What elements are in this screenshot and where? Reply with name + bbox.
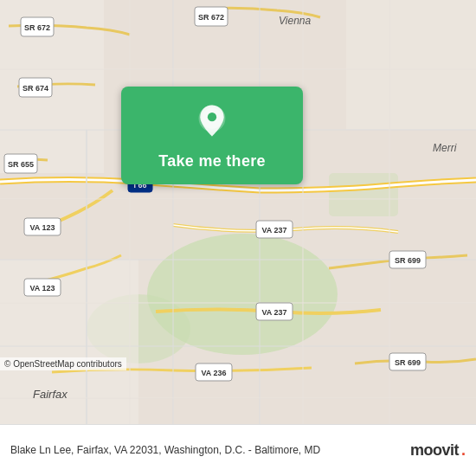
moovit-logo-dot: . bbox=[461, 441, 466, 460]
moovit-logo: moovit . bbox=[410, 441, 466, 460]
svg-point-36 bbox=[208, 113, 216, 121]
svg-text:Merri: Merri bbox=[433, 142, 457, 154]
osm-attribution: © OpenStreetMap contributors bbox=[0, 357, 126, 370]
take-me-there-overlay[interactable]: Take me there bbox=[121, 87, 303, 184]
svg-rect-6 bbox=[346, 0, 476, 130]
svg-text:SR 699: SR 699 bbox=[395, 256, 421, 265]
svg-rect-3 bbox=[329, 173, 398, 216]
svg-text:SR 655: SR 655 bbox=[8, 160, 34, 169]
svg-text:SR 674: SR 674 bbox=[23, 84, 48, 93]
svg-text:VA 236: VA 236 bbox=[201, 369, 226, 377]
svg-text:Vienna: Vienna bbox=[279, 15, 311, 27]
svg-rect-5 bbox=[0, 260, 138, 424]
svg-text:VA 237: VA 237 bbox=[261, 308, 286, 317]
svg-text:VA 237: VA 237 bbox=[261, 226, 286, 235]
location-pin-icon bbox=[191, 102, 233, 144]
bottom-bar: Blake Ln Lee, Fairfax, VA 22031, Washing… bbox=[0, 424, 476, 476]
svg-text:SR 672: SR 672 bbox=[24, 23, 50, 32]
svg-text:VA 123: VA 123 bbox=[29, 223, 55, 232]
svg-text:SR 672: SR 672 bbox=[198, 13, 224, 22]
svg-text:VA 123: VA 123 bbox=[29, 284, 55, 293]
moovit-logo-text: moovit bbox=[410, 441, 459, 460]
svg-text:SR 699: SR 699 bbox=[395, 358, 421, 367]
map-container: SR 672 SR 672 SR 674 SR 655 I 66 VA 123 … bbox=[0, 0, 476, 424]
address-text: Blake Ln Lee, Fairfax, VA 22031, Washing… bbox=[10, 443, 410, 458]
svg-text:Fairfax: Fairfax bbox=[33, 388, 68, 401]
take-me-there-button[interactable]: Take me there bbox=[158, 152, 266, 170]
